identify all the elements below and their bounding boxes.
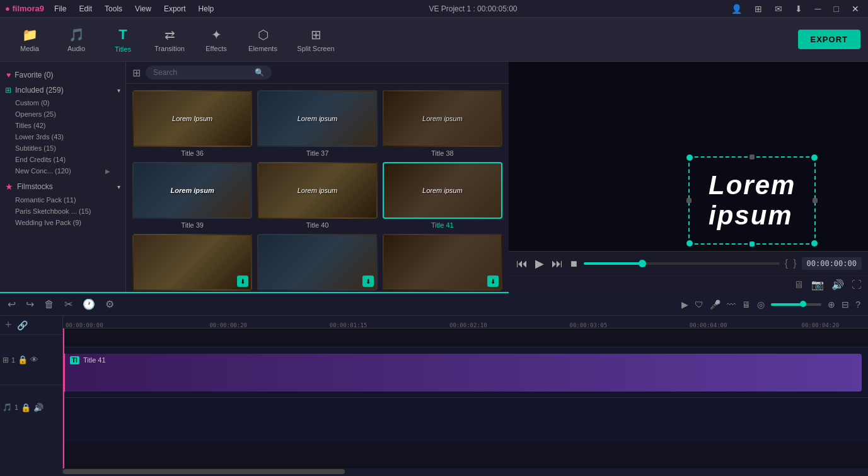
cut-button[interactable]: ✂ (64, 298, 72, 310)
panel-openers[interactable]: Openers (25) (0, 108, 125, 120)
panel-paris[interactable]: Paris Sketchbook ... (15) (0, 206, 125, 217)
clock-button[interactable]: 🕐 (83, 298, 95, 310)
tl-wave-icon[interactable]: 〰 (727, 299, 736, 310)
toolbar-media[interactable]: 📁 Media (8, 21, 52, 59)
handle-br[interactable] (811, 240, 818, 247)
handle-tl[interactable] (686, 154, 693, 161)
audio-volume-icon[interactable]: 🔊 (33, 403, 43, 412)
handle-lm[interactable] (686, 198, 692, 203)
play-button[interactable]: ▶ (534, 255, 545, 272)
thumb-label-title37: Title 37 (257, 149, 377, 157)
resolution-icon[interactable]: 🖥 (794, 279, 804, 291)
thumb-img-title42: ⬇ (132, 234, 252, 291)
layout-icon[interactable]: ⊞ (751, 3, 766, 15)
filmstocks-section-header[interactable]: ★ Filmstocks ▾ (0, 179, 125, 194)
handle-bl[interactable] (686, 240, 693, 247)
thumbnail-title44[interactable]: ⬇ (383, 234, 502, 292)
tl-volume-slider[interactable] (771, 303, 821, 306)
rewind-button[interactable]: ⏮ (515, 256, 529, 272)
user-icon[interactable]: 👤 (727, 3, 746, 15)
tl-monitor-icon[interactable]: 🖥 (742, 299, 751, 310)
export-button[interactable]: EXPORT (798, 30, 860, 49)
tl-play-icon[interactable]: ▶ (681, 299, 688, 310)
panel-subtitles[interactable]: Subtitles (15) (0, 142, 125, 154)
tl-volume-dot (800, 301, 806, 307)
menu-file[interactable]: File (49, 3, 71, 15)
title-clip-type-icon: TI (70, 356, 79, 364)
toolbar-transition[interactable]: ⇄ Transition (148, 21, 192, 59)
thumb-img-title40: Lorem ipsum (257, 162, 377, 219)
handle-tm[interactable] (749, 154, 755, 160)
ruler-mark-3: 00:00:02:10 (449, 322, 487, 328)
download-icon[interactable]: ⬇ (791, 3, 806, 15)
ruler-mark-6: 00:00:04:20 (801, 322, 839, 328)
thumbnail-title40[interactable]: Lorem ipsum Title 40 (257, 162, 377, 229)
maximize-button[interactable]: □ (830, 3, 843, 15)
tracks-content: TI Title 41 (63, 328, 868, 468)
toolbar-splitscreen[interactable]: ⊞ Split Screen (287, 21, 344, 59)
handle-tr[interactable] (811, 154, 818, 161)
fast-forward-button[interactable]: ⏭ (550, 256, 564, 272)
search-input[interactable] (153, 68, 251, 77)
redo-button[interactable]: ↪ (26, 298, 34, 310)
menu-bar: File Edit Tools View Export Help (49, 3, 219, 15)
handle-bm[interactable] (749, 241, 755, 247)
link-icon[interactable]: 🔗 (17, 320, 28, 330)
thumbnail-title37[interactable]: Lorem ipsum Title 37 (257, 90, 377, 157)
panel-romantic[interactable]: Romantic Pack (11) (0, 194, 125, 206)
undo-button[interactable]: ↩ (8, 298, 16, 310)
panel-wedding[interactable]: Wedding Ive Pack (9) (0, 217, 125, 228)
mail-icon[interactable]: ✉ (771, 3, 786, 15)
title-bar-left: ● filmora9 File Edit Tools View Export H… (5, 3, 219, 15)
panel-custom[interactable]: Custom (0) (0, 97, 125, 108)
toolbar-elements[interactable]: ⬡ Elements (241, 21, 285, 59)
thumbnail-title42[interactable]: ⬇ (132, 234, 252, 292)
menu-help[interactable]: Help (194, 3, 219, 15)
stop-button[interactable]: ■ (569, 256, 579, 272)
favorite-section[interactable]: ♥ Favorite (0) (0, 67, 125, 83)
menu-tools[interactable]: Tools (100, 3, 127, 15)
fullscreen-icon[interactable]: ⛶ (852, 279, 862, 291)
thumbnail-title38[interactable]: Lorem ipsum Title 38 (383, 90, 502, 157)
toolbar-audio[interactable]: 🎵 Audio (54, 21, 98, 59)
title-clip[interactable]: TI Title 41 (63, 354, 862, 392)
adjust-button[interactable]: ⚙ (105, 298, 114, 310)
delete-button[interactable]: 🗑 (44, 299, 54, 310)
snapshot-icon[interactable]: 📷 (811, 279, 824, 291)
thumbnail-title43[interactable]: ⬇ (257, 234, 377, 292)
tl-mic-icon[interactable]: 🎤 (710, 299, 720, 310)
panel-newconc[interactable]: New Conc... (120) ▶ (0, 165, 125, 177)
included-section-header[interactable]: ⊞ Included (259) ▾ (0, 83, 125, 97)
menu-edit[interactable]: Edit (74, 3, 97, 15)
tl-columns-icon[interactable]: ⊟ (842, 299, 849, 310)
panel-endcredits[interactable]: End Credits (14) (0, 154, 125, 165)
panel-titles[interactable]: Titles (42) (0, 120, 125, 131)
thumbnail-title39[interactable]: Lorem ipsum Title 39 (132, 162, 252, 229)
tl-question-icon[interactable]: ? (855, 299, 860, 310)
volume-icon[interactable]: 🔊 (831, 279, 844, 291)
close-button[interactable]: ✕ (848, 3, 863, 15)
panel-lower3rds[interactable]: Lower 3rds (43) (0, 131, 125, 142)
minimize-button[interactable]: ─ (811, 3, 825, 15)
thumbnail-title41[interactable]: Lorem ipsum Title 41 (383, 162, 502, 229)
tl-shield-icon[interactable]: 🛡 (695, 299, 703, 310)
handle-rm[interactable] (813, 198, 818, 203)
toolbar-titles[interactable]: T Titles (101, 21, 145, 59)
toolbar-effects[interactable]: ✦ Effects (194, 21, 238, 59)
scrollbar-thumb[interactable] (63, 469, 345, 474)
mark-out-button[interactable]: } (793, 258, 796, 269)
menu-view[interactable]: View (130, 3, 156, 15)
video-eye-icon[interactable]: 👁 (30, 355, 38, 364)
add-track-icon[interactable]: + (5, 318, 12, 332)
tl-add-icon[interactable]: ⊕ (828, 299, 835, 310)
progress-bar[interactable] (584, 262, 780, 265)
thumbnail-title36[interactable]: Lorem Ipsum Title 36 (132, 90, 252, 157)
audio-lock-icon[interactable]: 🔒 (21, 403, 31, 412)
tl-circle-icon[interactable]: ◎ (757, 299, 765, 310)
mark-in-button[interactable]: { (785, 258, 788, 269)
ruler-mark-0: 00:00:00:00 (66, 322, 103, 328)
menu-export[interactable]: Export (159, 3, 191, 15)
video-lock-icon[interactable]: 🔒 (18, 355, 28, 364)
grid-view-icon[interactable]: ⊞ (132, 67, 141, 79)
timeline-right-controls: ▶ 🛡 🎤 〰 🖥 ◎ ⊕ ⊟ ? (681, 299, 860, 310)
